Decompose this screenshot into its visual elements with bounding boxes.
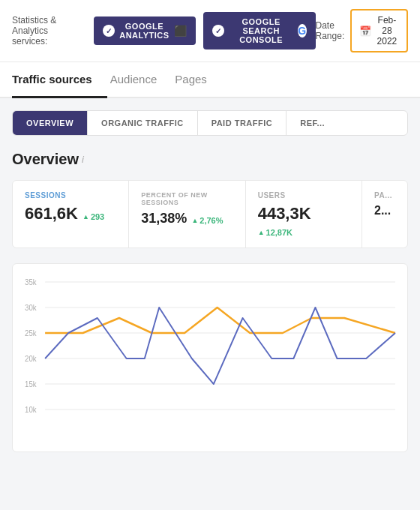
services-label: Statistics & Analytics services: xyxy=(12,15,83,46)
y-label-10k: 10k xyxy=(25,406,37,414)
sub-tab-organic-traffic[interactable]: ORGANIC TRAFFIC xyxy=(88,111,198,135)
top-bar: Statistics & Analytics services: ✓ GOOGL… xyxy=(0,0,420,62)
sessions-change: 293 xyxy=(82,212,104,221)
y-label-30k: 30k xyxy=(25,304,37,312)
date-range-label: Date Range: xyxy=(316,20,346,41)
blue-line xyxy=(45,308,395,384)
sub-tabs-container: OVERVIEW ORGANIC TRAFFIC PAID TRAFFIC RE… xyxy=(0,98,420,136)
sub-tab-overview[interactable]: OVERVIEW xyxy=(13,111,88,135)
sub-tab-paid-traffic[interactable]: PAID TRAFFIC xyxy=(198,111,287,135)
new-sessions-value: 31,38% xyxy=(141,211,187,226)
date-value: Feb-28 2022 xyxy=(375,15,399,46)
orange-line xyxy=(45,308,395,333)
date-range-button[interactable]: 📅 Feb-28 2022 xyxy=(350,9,408,52)
new-sessions-value-row: 31,38% 2,76% xyxy=(141,211,232,226)
pa-value-row: 2... xyxy=(374,204,395,218)
google-analytics-label: GOOGLE ANALYTICS xyxy=(119,22,169,40)
sessions-value: 661,6K xyxy=(25,204,78,224)
google-search-console-button[interactable]: ✓ GOOGLE SEARCH CONSOLE G xyxy=(203,12,315,50)
sub-tabs: OVERVIEW ORGANIC TRAFFIC PAID TRAFFIC RE… xyxy=(12,110,408,136)
y-label-15k: 15k xyxy=(25,380,37,388)
users-value-row: 443,3K 12,87K xyxy=(258,204,350,237)
ga-brand-icon: ⬛ xyxy=(174,25,188,37)
overview-title-text: Overview xyxy=(12,151,79,168)
users-change: 12,87K xyxy=(258,228,292,237)
date-range-area: Date Range: 📅 Feb-28 2022 xyxy=(316,9,408,52)
stat-card-new-sessions: PERCENT OF NEW SESSIONS 31,38% 2,76% xyxy=(129,181,245,248)
services-area: Statistics & Analytics services: ✓ GOOGL… xyxy=(12,12,316,50)
gsc-brand-icon: G xyxy=(298,24,306,38)
stat-card-sessions: SESSIONS 661,6K 293 xyxy=(13,181,129,248)
y-label-25k: 25k xyxy=(25,329,37,338)
tab-traffic-sources[interactable]: Traffic sources xyxy=(12,62,107,98)
new-sessions-change: 2,76% xyxy=(191,216,223,225)
stat-card-pa: PA... 2... xyxy=(362,181,407,248)
calendar-icon: 📅 xyxy=(359,26,371,37)
overview-heading: Overview i xyxy=(12,151,408,168)
stat-card-users: USERS 443,3K 12,87K xyxy=(246,181,362,248)
new-sessions-label: PERCENT OF NEW SESSIONS xyxy=(141,191,232,206)
tab-audience[interactable]: Audience xyxy=(107,62,172,98)
gsc-label: GOOGLE SEARCH CONSOLE xyxy=(229,17,293,44)
users-label: USERS xyxy=(258,191,350,200)
check-icon: ✓ xyxy=(103,25,115,37)
content-area: Overview i SESSIONS 661,6K 293 PERCENT O… xyxy=(0,136,420,467)
stats-row: SESSIONS 661,6K 293 PERCENT OF NEW SESSI… xyxy=(12,180,408,248)
sessions-label: SESSIONS xyxy=(25,191,116,200)
pa-label: PA... xyxy=(374,191,395,200)
tab-pages[interactable]: Pages xyxy=(172,62,222,98)
users-value: 443,3K xyxy=(258,204,311,224)
check-icon-2: ✓ xyxy=(212,25,224,37)
y-label-35k: 35k xyxy=(25,278,37,286)
sub-tab-referrals[interactable]: REF... xyxy=(286,111,338,135)
main-tabs: Traffic sources Audience Pages xyxy=(0,62,420,98)
google-analytics-button[interactable]: ✓ GOOGLE ANALYTICS ⬛ xyxy=(94,16,196,45)
y-label-20k: 20k xyxy=(25,355,37,363)
info-icon[interactable]: i xyxy=(82,154,84,165)
sessions-value-row: 661,6K 293 xyxy=(25,204,116,224)
pa-value: 2... xyxy=(374,204,391,218)
line-chart: 35k 30k 25k 20k 15k 10k xyxy=(25,276,395,441)
chart-container: 35k 30k 25k 20k 15k 10k xyxy=(12,263,408,452)
